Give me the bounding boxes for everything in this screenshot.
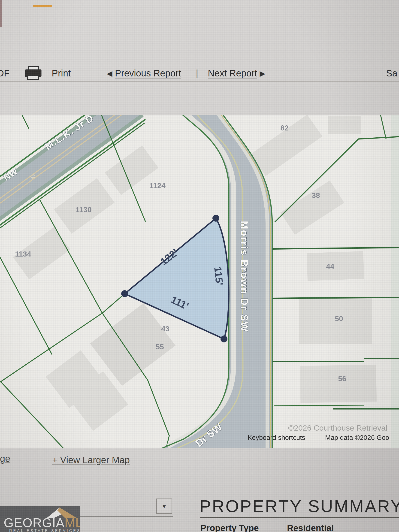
parcel-label: 1124 (149, 182, 165, 190)
toolbar-separator (92, 58, 92, 81)
map-data-attribution: Map data ©2026 Goo (325, 434, 389, 441)
collapse-section-button[interactable]: ▼ (156, 499, 172, 514)
property-type-value: Residential (287, 523, 334, 532)
next-report-button[interactable]: Next Report ▶ (208, 68, 265, 79)
morris-brown-street-label: Morris Brown Dr SW (239, 221, 250, 332)
summary-heading-rule (200, 517, 399, 518)
caret-down-icon: ▼ (161, 503, 167, 510)
map-right-tint (391, 115, 399, 448)
toolbar-top-border (0, 58, 399, 58)
parcel-vertex-dot (221, 336, 228, 342)
previous-report-label: Previous Report (115, 68, 181, 79)
orange-marker-artifact (33, 5, 52, 7)
photo-edge-artifact (0, 0, 2, 27)
parcel-label: 55 (156, 343, 164, 351)
dimension-label-road: 115' (212, 266, 225, 286)
previous-report-button[interactable]: ◀ Previous Report (107, 68, 181, 79)
printer-icon (25, 66, 42, 80)
keyboard-shortcuts-link[interactable]: Keyboard shortcuts (247, 434, 305, 441)
property-summary-heading: PROPERTY SUMMARY (200, 496, 399, 516)
pdf-button[interactable]: DF (0, 68, 9, 79)
building-footprint (300, 365, 377, 403)
parcel-label: 44 (326, 262, 334, 271)
parcel-label: 38 (312, 191, 320, 200)
next-arrow-icon: ▶ (260, 69, 266, 78)
previous-arrow-icon: ◀ (107, 69, 113, 78)
parcel-label: 50 (335, 315, 343, 323)
parcel-label: 1130 (76, 205, 91, 214)
courthouse-attribution: ©2026 Courthouse Retrieval (288, 424, 387, 432)
report-nav-divider: | (196, 68, 198, 79)
logo-tagline: REAL ESTATE SERVICES (9, 529, 80, 532)
parcel-label: 82 (280, 124, 289, 132)
clipped-link[interactable]: ge (0, 454, 10, 464)
print-button[interactable]: Print (52, 68, 71, 79)
section-divider (0, 490, 399, 490)
save-button[interactable]: Sa (386, 68, 397, 79)
building-footprint (307, 251, 364, 281)
toolbar-separator (297, 58, 298, 81)
building-footprint (328, 116, 361, 134)
logo-georgia-text: GEORGIA (4, 516, 65, 530)
next-report-label: Next Report (208, 68, 257, 79)
parcel-label: 56 (338, 374, 346, 383)
property-type-label: Property Type (200, 523, 259, 532)
parcel-map-canvas: 122' 115' 111' M.L.K. Jr D NW 35 Morris … (0, 115, 399, 448)
parcel-vertex-dot (121, 290, 128, 297)
parcel-label: 1134 (15, 250, 31, 258)
logo-mls-text: MLS (65, 516, 80, 530)
parcel-label: 43 (161, 325, 170, 333)
parcel-vertex-dot (212, 215, 219, 222)
toolbar-bottom-border (0, 81, 399, 82)
logo-wordmark: GEORGIAMLS (4, 515, 80, 530)
georgia-mls-logo: GEORGIAMLS REAL ESTATE SERVICES (0, 506, 80, 532)
view-larger-map-link[interactable]: + View Larger Map (52, 455, 130, 465)
parcel-map[interactable]: 122' 115' 111' M.L.K. Jr D NW 35 Morris … (0, 115, 399, 448)
